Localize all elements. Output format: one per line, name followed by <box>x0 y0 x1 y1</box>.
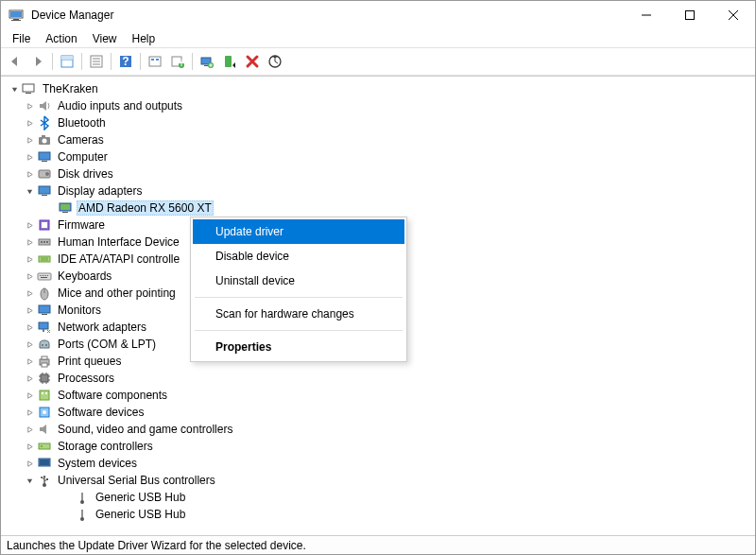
tree-item-storage[interactable]: Storage controllers <box>1 438 755 455</box>
tree-item-disks[interactable]: Disk drives <box>1 165 755 182</box>
chevron-right-icon[interactable] <box>24 373 35 384</box>
chevron-right-icon[interactable] <box>24 390 35 401</box>
chevron-down-icon[interactable] <box>9 83 20 95</box>
update-driver-button[interactable] <box>197 51 217 72</box>
svg-rect-69 <box>41 374 48 382</box>
tree-root[interactable]: TheKraken <box>1 80 755 97</box>
svg-rect-63 <box>43 329 44 332</box>
chevron-right-icon[interactable] <box>24 151 35 163</box>
minimize-button[interactable] <box>625 1 668 29</box>
tree-item-bluetooth[interactable]: Bluetooth <box>1 114 755 131</box>
tree-item-cameras[interactable]: Cameras <box>1 131 755 148</box>
svg-rect-51 <box>38 273 51 280</box>
chevron-right-icon[interactable] <box>24 407 35 418</box>
system-icon <box>37 456 52 471</box>
svg-rect-55 <box>45 275 46 276</box>
tree-root-label: TheKraken <box>41 82 100 95</box>
chevron-right-icon[interactable] <box>24 117 35 129</box>
hid-icon <box>37 234 52 250</box>
uninstall-device-button[interactable] <box>242 51 263 72</box>
maximize-button[interactable] <box>668 1 712 29</box>
tree-item-display[interactable]: Display adapters <box>1 182 755 199</box>
properties-button[interactable] <box>86 51 107 72</box>
svg-rect-26 <box>225 56 232 67</box>
network-icon <box>37 320 52 335</box>
tree-item-computer[interactable]: Computer <box>1 148 755 165</box>
sound-icon <box>37 422 52 437</box>
chevron-right-icon[interactable] <box>24 441 35 452</box>
svg-point-89 <box>41 477 43 478</box>
svg-point-82 <box>43 410 46 414</box>
svg-rect-83 <box>39 443 50 449</box>
window-controls <box>625 1 755 29</box>
help-button[interactable]: ? <box>115 51 136 72</box>
chevron-right-icon[interactable] <box>24 424 35 435</box>
scan-hardware-button[interactable] <box>265 51 285 72</box>
menu-file[interactable]: File <box>5 30 38 47</box>
ctx-uninstall-device[interactable]: Uninstall device <box>193 269 404 293</box>
ctx-scan-hardware[interactable]: Scan for hardware changes <box>193 302 404 326</box>
ctx-properties[interactable]: Properties <box>193 335 404 359</box>
svg-rect-53 <box>42 275 43 276</box>
chevron-right-icon[interactable] <box>24 168 35 180</box>
svg-rect-2 <box>13 19 19 20</box>
svg-text:?: ? <box>122 55 129 68</box>
chevron-right-icon[interactable] <box>24 458 35 469</box>
chevron-down-icon[interactable] <box>24 185 35 197</box>
disable-device-button[interactable] <box>219 51 240 72</box>
svg-rect-19 <box>156 59 159 61</box>
chevron-right-icon[interactable] <box>24 270 35 282</box>
svg-rect-80 <box>45 392 47 394</box>
tree-item-usb[interactable]: Universal Serial Bus controllers <box>1 472 755 489</box>
svg-rect-28 <box>23 84 34 92</box>
tree-item-usb-hub[interactable]: Generic USB Hub <box>1 506 755 523</box>
svg-rect-29 <box>26 93 31 94</box>
svg-point-31 <box>43 139 47 144</box>
ctx-disable-device[interactable]: Disable device <box>193 244 404 269</box>
svg-rect-32 <box>42 135 45 137</box>
chevron-right-icon[interactable] <box>24 134 35 146</box>
svg-rect-79 <box>42 392 43 394</box>
menu-view[interactable]: View <box>85 30 125 47</box>
svg-rect-52 <box>40 275 41 276</box>
svg-point-45 <box>41 241 43 243</box>
printer-icon <box>37 354 52 369</box>
chevron-right-icon[interactable] <box>24 356 35 367</box>
action2-button[interactable]: + <box>167 51 188 72</box>
chevron-right-icon[interactable] <box>24 321 35 333</box>
tree-item-sw-devices[interactable]: Software devices <box>1 404 755 421</box>
tree-item-processors[interactable]: Processors <box>1 370 755 387</box>
forward-button[interactable] <box>27 51 48 72</box>
close-button[interactable] <box>712 1 755 29</box>
chevron-right-icon[interactable] <box>24 236 35 248</box>
chevron-right-icon[interactable] <box>24 287 35 299</box>
chevron-right-icon[interactable] <box>24 338 35 350</box>
status-text: Launches the Update Driver Wizard for th… <box>7 539 306 552</box>
svg-point-36 <box>45 172 49 176</box>
tree-item-sw-components[interactable]: Software components <box>1 387 755 404</box>
menu-action[interactable]: Action <box>38 30 84 47</box>
svg-rect-18 <box>151 59 154 61</box>
status-bar: Launches the Update Driver Wizard for th… <box>1 535 755 554</box>
tree-item-system[interactable]: System devices <box>1 455 755 472</box>
menu-help[interactable]: Help <box>125 30 163 47</box>
chevron-right-icon[interactable] <box>24 304 35 316</box>
storage-icon <box>37 439 52 454</box>
action1-button[interactable] <box>145 51 165 72</box>
chevron-right-icon[interactable] <box>24 253 35 265</box>
gpu-icon <box>58 200 73 216</box>
svg-point-46 <box>43 241 45 243</box>
show-hide-tree-button[interactable] <box>57 51 77 72</box>
chevron-right-icon[interactable] <box>24 100 35 112</box>
sw-device-icon <box>37 405 52 420</box>
ctx-update-driver[interactable]: Update driver <box>193 219 404 244</box>
tree-item-svgc[interactable]: Sound, video and game controllers <box>1 421 755 438</box>
tree-item-usb-hub[interactable]: Generic USB Hub <box>1 489 755 506</box>
back-button[interactable] <box>5 51 26 72</box>
disk-icon <box>37 166 52 182</box>
tree-item-audio[interactable]: Audio inputs and outputs <box>1 97 755 114</box>
tree-view[interactable]: TheKraken Audio inputs and outputs Bluet… <box>1 76 755 535</box>
chevron-right-icon[interactable] <box>24 219 35 231</box>
tree-item-gpu[interactable]: AMD Radeon RX 5600 XT <box>1 199 755 217</box>
chevron-down-icon[interactable] <box>24 475 35 486</box>
